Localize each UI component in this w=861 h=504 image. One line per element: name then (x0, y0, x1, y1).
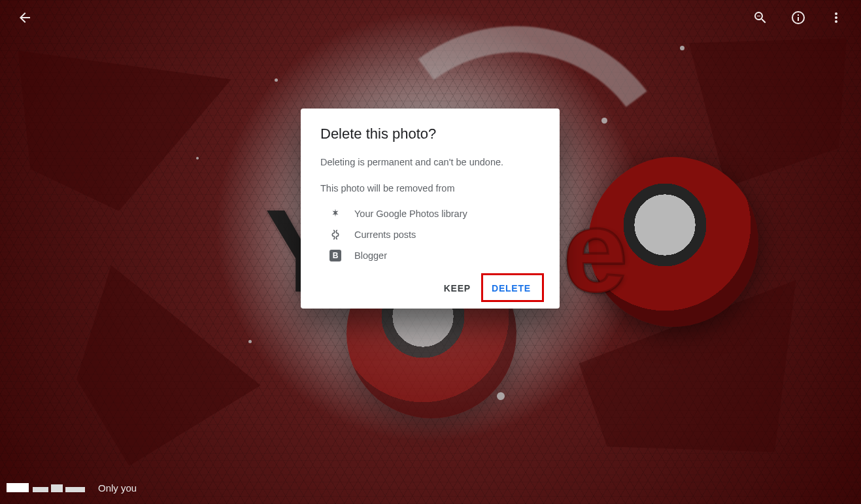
dialog-subheading: This photo will be removed from (320, 182, 540, 196)
visibility-label: Only you (98, 482, 137, 494)
dialog-warning: Deleting is permanent and can't be undon… (320, 156, 540, 170)
list-item: Your Google Photos library (320, 208, 540, 220)
back-button[interactable] (12, 5, 38, 31)
list-item: B Blogger (320, 250, 540, 261)
viewer-toolbar (0, 0, 861, 35)
photos-icon (329, 208, 341, 220)
zoom-out-button[interactable] (747, 5, 773, 31)
delete-photo-dialog: Delete this photo? Deleting is permanent… (301, 109, 560, 309)
more-options-button[interactable] (823, 5, 849, 31)
removal-targets-list: Your Google Photos library Currents post… (320, 208, 540, 261)
list-item-label: Currents posts (354, 229, 416, 240)
visibility-indicator: Only you (7, 480, 137, 495)
zoom-out-icon (752, 10, 768, 25)
arrow-left-icon (17, 10, 33, 25)
dialog-actions: KEEP DELETE (320, 277, 540, 299)
redacted-name (7, 480, 92, 495)
currents-icon (329, 229, 341, 241)
info-button[interactable] (785, 5, 811, 31)
delete-button[interactable]: DELETE (482, 277, 540, 299)
dialog-title: Delete this photo? (320, 126, 540, 143)
list-item-label: Blogger (354, 250, 387, 261)
list-item-label: Your Google Photos library (354, 209, 467, 219)
more-vert-icon (828, 10, 844, 25)
keep-button[interactable]: KEEP (435, 277, 480, 299)
blogger-icon: B (329, 250, 341, 261)
list-item: Currents posts (320, 229, 540, 241)
info-icon (790, 10, 806, 25)
